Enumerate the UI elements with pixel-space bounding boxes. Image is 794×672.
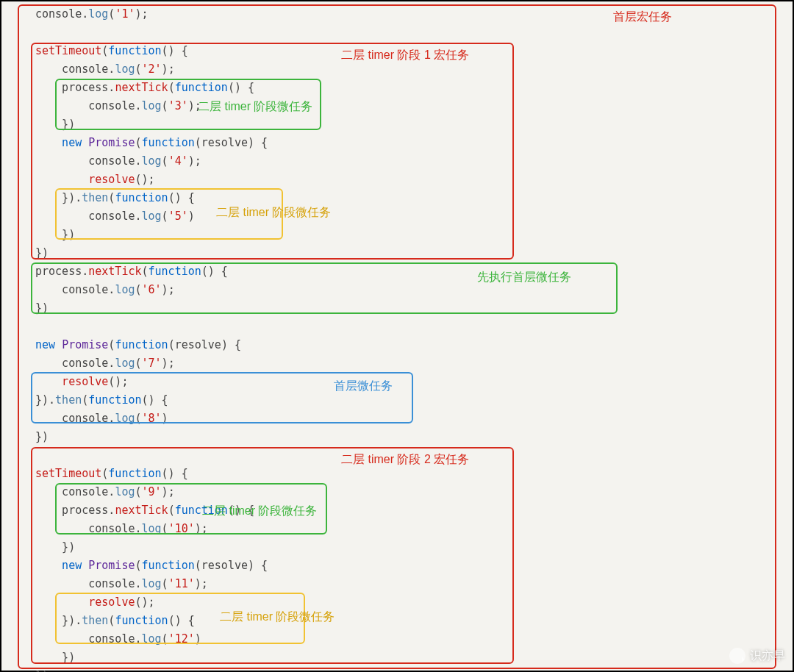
code-line: new Promise(function(resolve) { — [1, 336, 793, 354]
code-line: }).then(function() { — [1, 391, 793, 410]
code-line: process.nextTick(function() { — [1, 79, 793, 97]
code-line — [1, 446, 793, 465]
code-block: console.log('1'); setTimeout(function() … — [1, 5, 793, 672]
code-line: console.log('10'); — [1, 520, 793, 538]
code-line: console.log('7'); — [1, 354, 793, 373]
code-line: }) — [1, 428, 793, 446]
code-line: console.log('4'); — [1, 152, 793, 171]
code-line: console.log('3'); — [1, 97, 793, 115]
code-line: resolve(); — [1, 373, 793, 391]
code-line: resolve(); — [1, 171, 793, 189]
code-line: }) — [1, 648, 793, 667]
code-line: }) — [1, 115, 793, 134]
watermark: 识亦早 — [729, 646, 785, 665]
code-line: new Promise(function(resolve) { — [1, 134, 793, 152]
code-line: console.log('12') — [1, 630, 793, 648]
watermark-text: 识亦早 — [750, 646, 785, 665]
code-line: console.log('8') — [1, 410, 793, 428]
code-line: }) — [1, 538, 793, 557]
code-line: }).then(function() { — [1, 189, 793, 207]
code-line: process.nextTick(function() { — [1, 262, 793, 281]
code-line: }) — [1, 299, 793, 318]
code-line: console.log('1'); — [1, 5, 793, 24]
code-line: setTimeout(function() { — [1, 465, 793, 483]
code-line: console.log('6'); — [1, 281, 793, 299]
code-line: }) — [1, 244, 793, 262]
code-line: process.nextTick(function() { — [1, 501, 793, 520]
wechat-icon — [729, 648, 745, 664]
code-line: console.log('5') — [1, 207, 793, 226]
code-line: new Promise(function(resolve) { — [1, 557, 793, 575]
code-line: }) — [1, 226, 793, 244]
code-line — [1, 318, 793, 336]
code-line: }) — [1, 667, 793, 672]
code-line: }).then(function() { — [1, 612, 793, 630]
code-line: console.log('2'); — [1, 60, 793, 79]
code-line: setTimeout(function() { — [1, 42, 793, 60]
code-line — [1, 24, 793, 42]
code-line: console.log('11'); — [1, 575, 793, 593]
code-line: console.log('9'); — [1, 483, 793, 501]
code-line: resolve(); — [1, 593, 793, 612]
diagram-canvas: console.log('1'); setTimeout(function() … — [0, 0, 794, 672]
